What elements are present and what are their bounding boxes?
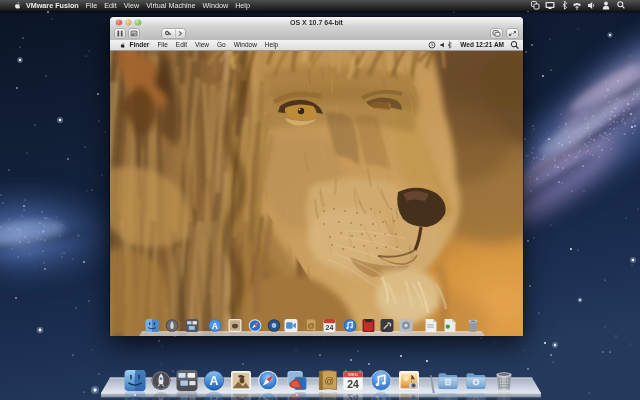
svg-text:@: @ (308, 322, 315, 329)
svg-text:24: 24 (326, 323, 334, 330)
svg-text:A: A (212, 320, 219, 330)
svg-text:@: @ (325, 396, 335, 400)
svg-text:@: @ (325, 375, 335, 386)
svg-text:WED: WED (348, 372, 358, 377)
svg-text:A: A (210, 374, 219, 388)
svg-text:A: A (210, 394, 219, 400)
svg-text:24: 24 (347, 379, 359, 390)
svg-text:24: 24 (347, 392, 359, 400)
